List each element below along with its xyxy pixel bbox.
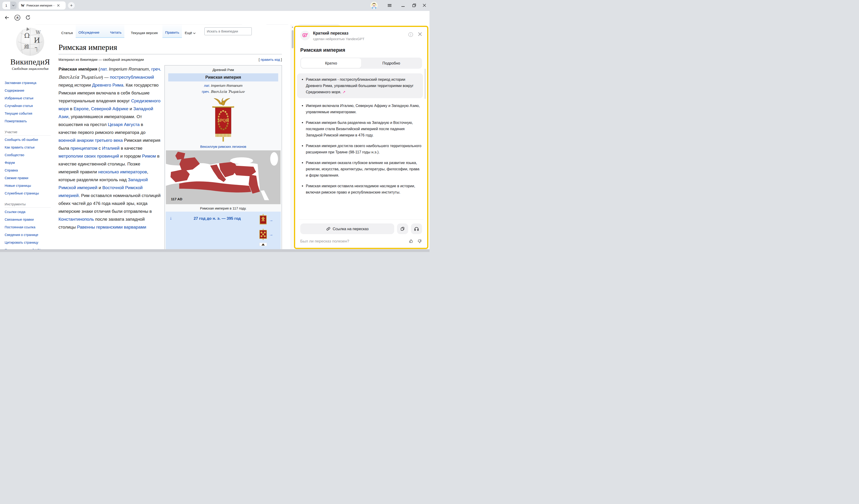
sidebar-link[interactable]: Сообщество <box>5 153 50 157</box>
wiki-search-box[interactable] <box>205 27 252 35</box>
sidebar-link[interactable]: Справка <box>5 168 50 172</box>
sidebar-link[interactable]: Заглавная страница <box>5 81 50 85</box>
browser-tab[interactable]: W Римская империя — Ви <box>18 1 66 10</box>
wiki-tabs: Статья Обсуждение Читать Текущая версия … <box>56 25 290 38</box>
sidebar-section-participation: Участие <box>5 130 50 136</box>
wiki-link[interactable]: несколько императоров <box>98 169 147 174</box>
sidebar-link[interactable]: Связанные правки <box>5 218 50 222</box>
tab-article[interactable]: Статья <box>59 25 76 38</box>
panel-scrollbar-thumb[interactable] <box>425 69 425 99</box>
browser-toolbar: Я ru.wikipedia.org Римская империя — Вик… <box>0 11 430 25</box>
sidebar-link[interactable]: Пожертвовать <box>5 119 50 123</box>
retell-chat-icon <box>300 31 310 40</box>
minimize-button[interactable] <box>400 2 407 9</box>
wiki-link[interactable]: постреспубликанский <box>110 75 154 80</box>
thumbs-down-icon[interactable] <box>417 239 422 244</box>
greek-label-link[interactable]: греч. <box>202 90 210 93</box>
panel-divider <box>299 219 423 220</box>
sidebar-link[interactable]: Свежие правки <box>5 176 50 180</box>
panel-title: Краткий пересказ <box>313 31 408 36</box>
tab-brief[interactable]: Кратко <box>301 58 361 68</box>
tab-discussion[interactable]: Обсуждение <box>76 25 102 38</box>
sidebar-link[interactable]: Избранные статьи <box>5 96 50 100</box>
period-link[interactable]: 27 год до н. э. — 395 год <box>176 216 258 251</box>
maximize-button[interactable] <box>411 2 418 9</box>
tab-more[interactable]: Ещё <box>182 25 198 38</box>
yandex-button[interactable]: Я <box>14 15 20 21</box>
wiki-search-input[interactable] <box>205 29 251 33</box>
empire-map-image[interactable]: 117 AD <box>166 150 281 204</box>
feedback-question: Был ли пересказ полезен? <box>300 239 349 244</box>
dots-banner-thumb-row[interactable]: → <box>258 229 281 240</box>
sidebar-link[interactable]: Случайная статья <box>5 104 50 108</box>
wiki-link[interactable]: Римом <box>142 154 156 158</box>
sidebar-link[interactable]: Содержание <box>5 89 50 93</box>
sidebar-link[interactable]: Сведения о странице <box>5 233 50 237</box>
listen-summary-button[interactable] <box>411 224 422 234</box>
wikipedia-wordmark: ВикипедиЯ <box>5 58 56 66</box>
sidebar-nav-participation: Сообщить об ошибкеКак править статьиСооб… <box>5 138 56 195</box>
wiki-link[interactable]: принципатом <box>70 146 97 151</box>
vexillum-image[interactable]: SPQR <box>211 96 235 142</box>
wiki-link[interactable]: Северной Африке <box>91 106 128 111</box>
labarum-thumb-row[interactable]: → <box>258 214 281 227</box>
right-arrow-icon: → <box>269 232 273 237</box>
menu-icon[interactable] <box>386 2 393 9</box>
article-from-line: Материал из Википедии — свободной энцикл… <box>59 58 144 61</box>
new-tab-button[interactable]: + <box>68 2 75 9</box>
spqr-text: SPQR <box>218 118 229 123</box>
partial-banner-icon <box>258 243 268 246</box>
wiki-scrollbar-thumb[interactable] <box>292 30 293 48</box>
wiki-link[interactable]: лат. <box>100 66 108 72</box>
tab-counter-button[interactable]: 1 <box>2 2 16 9</box>
sidebar-link[interactable]: Как править статьи <box>5 146 50 150</box>
close-panel-icon[interactable] <box>418 32 422 37</box>
tab-detailed[interactable]: Подробно <box>361 58 422 68</box>
info-icon[interactable] <box>408 32 413 37</box>
latin-label-link[interactable]: лат. <box>204 83 210 88</box>
partial-banner-thumb[interactable] <box>258 243 281 246</box>
scroll-up-arrow-icon[interactable]: ▲ <box>291 26 293 28</box>
edit-code-anchor[interactable]: править код <box>260 58 280 61</box>
source-link-arrow-icon[interactable]: ↗ <box>343 90 346 94</box>
wiki-main: Статья Обсуждение Читать Текущая версия … <box>56 25 290 252</box>
wiki-link[interactable]: Цезаря Августа <box>108 122 140 127</box>
wiki-link[interactable]: Европе <box>74 106 89 111</box>
user-avatar[interactable] <box>370 2 378 9</box>
close-window-button[interactable] <box>421 2 428 9</box>
wiki-link[interactable]: Равенны германскими варварами <box>77 225 146 229</box>
tab-close-icon[interactable] <box>57 4 60 7</box>
sidebar-link[interactable]: Форум <box>5 161 50 165</box>
sidebar-link[interactable]: Цитировать страницу <box>5 241 50 245</box>
chevron-down-icon <box>193 32 196 34</box>
sidebar-link[interactable]: Служебные страницы <box>5 192 50 195</box>
tab-read[interactable]: Читать <box>107 25 124 38</box>
reload-icon[interactable] <box>25 15 31 20</box>
summary-bullet: Римская империя - постреспубликанский пе… <box>297 73 423 98</box>
wiki-link[interactable]: Константинополь <box>59 217 94 222</box>
vexillum-caption-link[interactable]: Вексиллум римских легионов <box>166 145 281 149</box>
wiki-link[interactable]: Италией <box>102 146 120 151</box>
tab-strip: 1 W Римская империя — Ви + <box>0 0 430 11</box>
sidebar-link[interactable]: Текущие события <box>5 112 50 116</box>
copy-summary-button[interactable] <box>397 224 408 234</box>
thumbs-up-icon[interactable] <box>409 239 413 244</box>
sidebar-link[interactable]: Постоянная ссылка <box>5 225 50 229</box>
wiki-link[interactable]: военной анархии третьего века <box>59 138 123 143</box>
sidebar-link[interactable]: Новые страницы <box>5 184 50 188</box>
wiki-link[interactable]: греч. <box>151 66 161 72</box>
down-arrow-icon[interactable]: ↓ <box>166 215 176 251</box>
browser-window: 1 W Римская империя — Ви + <box>0 0 430 252</box>
wiki-link[interactable]: метрополии своих провинций <box>59 154 119 158</box>
wiki-scrollbar[interactable]: ▲ <box>291 25 294 252</box>
wiki-link[interactable]: Древнего Рима <box>92 82 123 88</box>
svg-text:Ω: Ω <box>24 32 30 40</box>
tab-edit[interactable]: Править <box>162 25 182 38</box>
chevron-down-icon[interactable] <box>10 2 16 9</box>
sidebar-link[interactable]: Сообщить об ошибке <box>5 138 50 142</box>
sidebar-link[interactable]: Ссылки сюда <box>5 210 50 214</box>
summary-link-button[interactable]: Ссылка на пересказ <box>300 224 394 234</box>
back-button[interactable] <box>4 15 10 20</box>
summary-bullet: Римская империя достигла своего наибольш… <box>300 143 422 155</box>
tab-current-version[interactable]: Текущая версия <box>128 25 161 38</box>
